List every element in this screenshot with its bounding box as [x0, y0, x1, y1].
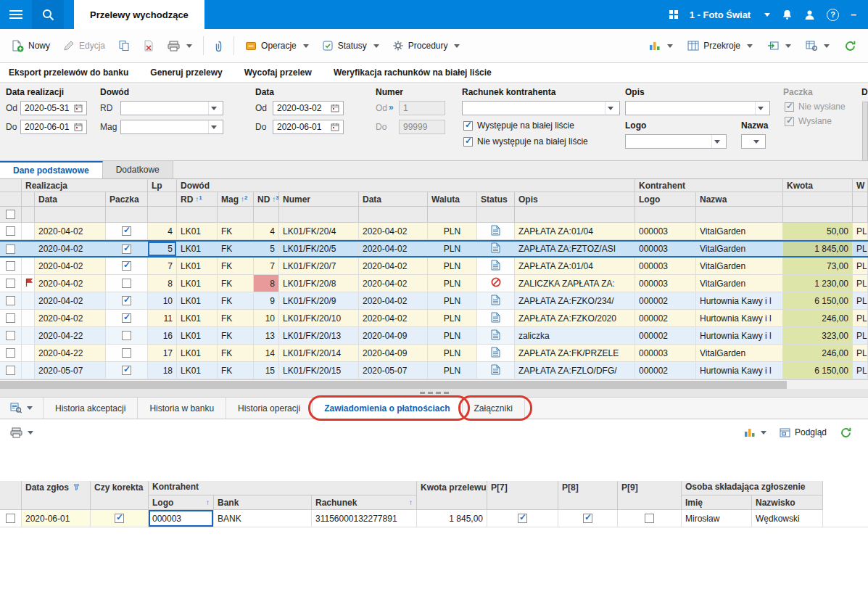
row-select-cell[interactable]: [0, 510, 22, 527]
col-data-dowodu[interactable]: Data: [359, 192, 428, 207]
realizacja-data-cell[interactable]: 2020-05-07: [35, 362, 106, 379]
waluta-cell[interactable]: PLN: [428, 292, 477, 309]
logo-cell[interactable]: 000003: [635, 223, 696, 239]
bcol-bank[interactable]: Bank: [214, 495, 312, 510]
realizacja-data-cell[interactable]: 2020-04-02: [35, 258, 106, 274]
table-row[interactable]: 2020-04-025LK01FK5LK01/FK/20/52020-04-02…: [0, 240, 868, 258]
status-cell[interactable]: [477, 275, 515, 292]
numer-cell[interactable]: LK01/FK/20/5: [279, 242, 359, 256]
lp-cell[interactable]: 16: [148, 327, 177, 344]
nazwa-cell[interactable]: Hurtownia Kawy i l: [696, 362, 783, 379]
print-button[interactable]: [162, 36, 198, 56]
paczka-nie-wyslane-checkbox[interactable]: Nie wysłane: [785, 102, 846, 112]
data-realizacji-od-input[interactable]: 2020-05-31: [20, 101, 87, 115]
row-checkbox[interactable]: [6, 296, 15, 305]
nd-cell[interactable]: 13: [254, 327, 279, 344]
realizacja-data-cell[interactable]: 2020-04-22: [35, 327, 106, 344]
table-row[interactable]: 2020-04-2216LK01FK13LK01/FK/20/132020-04…: [0, 327, 868, 345]
user-icon[interactable]: [804, 9, 815, 20]
mag-cell[interactable]: FK: [218, 345, 254, 361]
data-dowodu-cell[interactable]: 2020-04-02: [359, 275, 428, 292]
nazwa-cell[interactable]: VitalGarden: [696, 275, 783, 292]
opis-cell[interactable]: ZAPŁATA ZA:FZTOZ/ASI: [515, 242, 635, 256]
nd-cell[interactable]: 4: [254, 223, 279, 239]
paczka-cell[interactable]: [106, 292, 148, 309]
bcol-logo[interactable]: Logo: [149, 495, 214, 510]
export-view-button[interactable]: [761, 36, 797, 55]
waluta-cell[interactable]: PLN: [428, 310, 477, 326]
kwota-cell[interactable]: 246,00: [783, 310, 853, 326]
realizacja-data-cell[interactable]: 2020-04-02: [35, 275, 106, 292]
attachments-button[interactable]: [209, 36, 228, 57]
not-white-list-checkbox[interactable]: Nie występuje na białej liście: [463, 136, 588, 147]
bottom-tab-historia-akceptacji[interactable]: Historia akceptacji: [44, 398, 138, 419]
status-cell[interactable]: [477, 242, 515, 256]
paczka-checkbox[interactable]: [122, 331, 131, 340]
bcol-p7[interactable]: P[7]: [487, 481, 558, 510]
p9-checkbox[interactable]: [645, 514, 654, 523]
mag-cell[interactable]: FK: [218, 362, 254, 379]
row-checkbox[interactable]: [6, 514, 15, 523]
status-cell[interactable]: [477, 292, 515, 309]
nd-cell[interactable]: 8: [254, 275, 279, 292]
new-button[interactable]: Nowy: [6, 36, 56, 57]
row-select-cell[interactable]: [0, 362, 22, 379]
notifications-icon[interactable]: [782, 9, 793, 20]
status-cell[interactable]: [477, 327, 515, 344]
data-od-input[interactable]: 2020-03-02: [273, 101, 344, 115]
mag-cell[interactable]: FK: [218, 258, 254, 274]
numer-cell[interactable]: LK01/FK/20/7: [279, 258, 359, 274]
paczka-cell[interactable]: [106, 345, 148, 361]
delete-document-button[interactable]: [137, 36, 160, 56]
lp-cell[interactable]: 4: [148, 223, 177, 239]
row-select-cell[interactable]: [0, 223, 22, 239]
waluta-cell[interactable]: PLN: [428, 275, 477, 292]
realizacja-data-cell[interactable]: 2020-04-02: [35, 292, 106, 309]
nd-cell[interactable]: 7: [254, 258, 279, 274]
data-realizacji-do-input[interactable]: 2020-06-01: [20, 120, 87, 134]
waluta-cell[interactable]: PLN: [428, 327, 477, 344]
row-select-cell[interactable]: [0, 275, 22, 292]
band-kontrahent[interactable]: Kontrahent: [635, 179, 783, 192]
data-dowodu-cell[interactable]: 2020-04-02: [359, 258, 428, 274]
paczka-checkbox[interactable]: [122, 348, 131, 358]
logo-cell[interactable]: 000003: [635, 242, 696, 256]
nazwa-cell[interactable]: Hurtownia Kawy i l: [696, 327, 783, 344]
row-checkbox[interactable]: [6, 226, 15, 236]
kwota-cell[interactable]: 246,00: [783, 345, 853, 361]
paczka-checkbox[interactable]: [122, 261, 131, 271]
paczka-cell[interactable]: [106, 223, 148, 239]
col-logo[interactable]: Logo: [635, 192, 696, 207]
opis-select[interactable]: [625, 101, 770, 115]
nd-cell[interactable]: 15: [254, 362, 279, 379]
table-row[interactable]: 2020-04-024LK01FK4LK01/FK/20/42020-04-02…: [0, 223, 868, 240]
nd-cell[interactable]: 9: [254, 292, 279, 309]
nazwa-cell[interactable]: VitalGarden: [696, 345, 783, 361]
logo-cell[interactable]: 000002: [635, 327, 696, 344]
search-icon[interactable]: [32, 0, 64, 29]
nazwa-cell[interactable]: VitalGarden: [696, 258, 783, 274]
company-chevron-down-icon[interactable]: [764, 13, 770, 20]
col-paczka[interactable]: Paczka: [106, 192, 148, 207]
rd-cell[interactable]: LK01: [177, 258, 218, 274]
data-do-input[interactable]: 2020-06-01: [273, 120, 344, 134]
realizacja-data-cell[interactable]: 2020-04-02: [35, 310, 106, 326]
opis-cell[interactable]: ZAPŁATA ZA:01/04: [515, 258, 635, 274]
numer-cell[interactable]: LK01/FK/20/14: [279, 345, 359, 361]
status-cell[interactable]: [477, 223, 515, 239]
opis-cell[interactable]: zaliczka: [515, 327, 635, 344]
data-dowodu-cell[interactable]: 2020-04-02: [359, 310, 428, 326]
bank-cell[interactable]: BANK: [214, 510, 312, 527]
nazwa-cell[interactable]: VitalGarden: [696, 242, 783, 256]
band-dowod[interactable]: Dowód: [177, 179, 635, 192]
logo-cell[interactable]: 000003: [635, 258, 696, 274]
kwota-cell[interactable]: 6 150,00: [783, 362, 853, 379]
lp-cell[interactable]: 5: [148, 242, 177, 256]
menu-icon[interactable]: [0, 0, 32, 29]
table-row[interactable]: 2020-04-0211LK01FK10LK01/FK/20/102020-04…: [0, 310, 868, 327]
numer-od-input[interactable]: 1: [399, 101, 445, 115]
logo-select[interactable]: [625, 134, 727, 149]
korekta-checkbox[interactable]: [115, 514, 124, 523]
nazwisko-cell[interactable]: Wędkowski: [752, 510, 823, 527]
grid-settings-button[interactable]: [800, 36, 835, 55]
